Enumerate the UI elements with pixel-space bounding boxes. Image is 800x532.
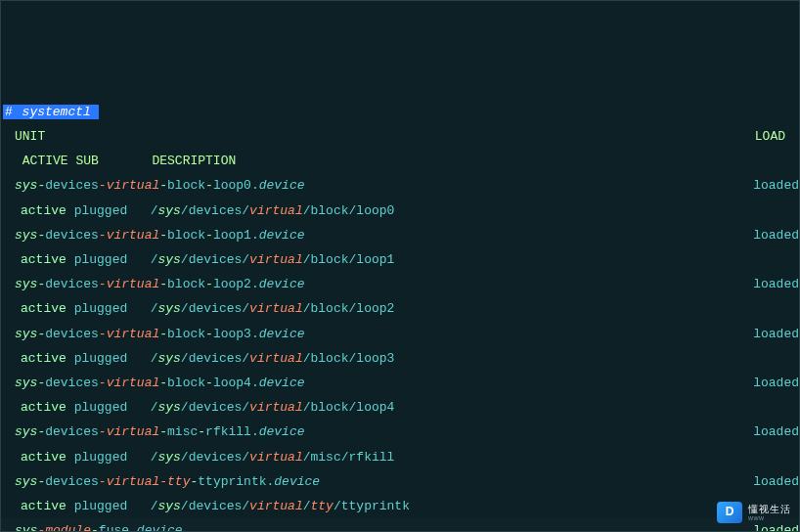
load-status: loaded: [753, 272, 799, 296]
header-load: LOAD: [755, 124, 785, 149]
watermark-text: 懂视生活 www: [748, 504, 791, 522]
unit-desc-row: active plugged /sys/devices/virtual/bloc…: [1, 199, 799, 223]
watermark-logo: D: [717, 502, 742, 523]
unit-desc-row: active plugged /sys/devices/virtual/bloc…: [1, 296, 799, 321]
header-row-2: ACTIVE SUB DESCRIPTION: [1, 149, 799, 173]
unit-desc-row: active plugged /sys/devices/virtual/bloc…: [1, 346, 799, 371]
unit-desc-row: active plugged /sys/devices/virtual/misc…: [1, 445, 799, 469]
unit-desc-row: active plugged /sys/devices/virtual/bloc…: [1, 247, 799, 272]
prompt-command: systemctl: [15, 105, 99, 119]
unit-name-row: sys-devices-virtual-block-loop1.devicelo…: [1, 223, 799, 247]
unit-desc-row: active plugged /sys/devices/virtual/tty/…: [1, 494, 799, 518]
header-row-1: UNITLOAD: [1, 124, 799, 149]
load-status: loaded: [753, 173, 799, 198]
unit-name-row: sys-module-fuse.deviceloaded: [1, 518, 799, 532]
load-status: loaded: [753, 223, 799, 247]
unit-name-row: sys-devices-virtual-block-loop3.devicelo…: [1, 322, 799, 346]
load-status: loaded: [753, 420, 799, 444]
unit-name-row: sys-devices-virtual-block-loop0.devicelo…: [1, 173, 799, 198]
load-status: loaded: [753, 322, 799, 346]
unit-name-row: sys-devices-virtual-tty-ttyprintk.device…: [1, 469, 799, 494]
unit-name-row: sys-devices-virtual-block-loop4.devicelo…: [1, 371, 799, 395]
header-unit: UNIT: [1, 129, 45, 144]
unit-name-row: sys-devices-virtual-block-loop2.devicelo…: [1, 272, 799, 296]
load-status: loaded: [753, 469, 799, 494]
load-status: loaded: [753, 371, 799, 395]
prompt-hash: #: [3, 105, 15, 119]
prompt-line[interactable]: # systemctl: [1, 100, 799, 124]
unit-desc-row: active plugged /sys/devices/virtual/bloc…: [1, 395, 799, 420]
watermark: D 懂视生活 www: [717, 502, 791, 523]
unit-name-row: sys-devices-virtual-misc-rfkill.devicelo…: [1, 420, 799, 444]
